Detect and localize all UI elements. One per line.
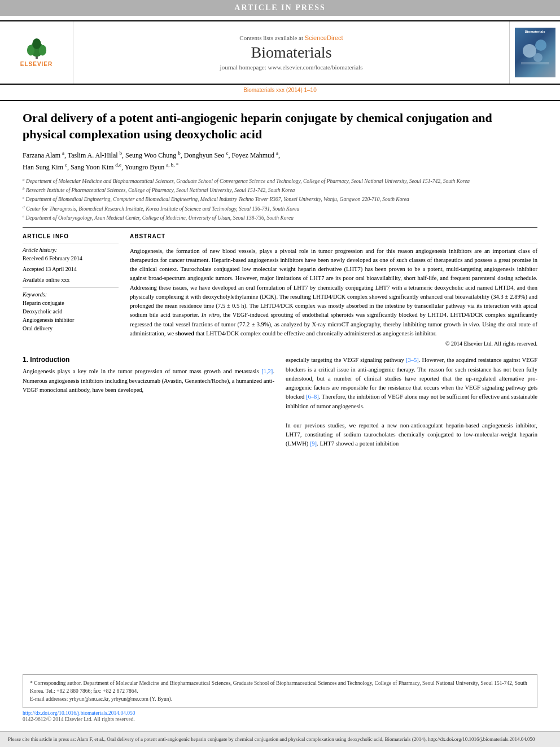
article-info-abstract: ARTICLE INFO Article history: Received 6… [23,233,537,347]
intro-right-text-1: especially targeting the VEGF signaling … [286,356,537,411]
intro-right-col: especially targeting the VEGF signaling … [286,356,537,448]
keyword-2: Deoxycholic acid [23,307,119,316]
journal-title: Biomaterials [251,43,331,62]
sciencedirect-link[interactable]: ScienceDirect [305,34,343,41]
header-divider [0,100,560,101]
journal-header: ELSEVIER Contents lists available at Sci… [0,20,560,85]
affil-c: c Department of Biomedical Engineering, … [23,195,537,203]
ref-1-2[interactable]: [1,2] [261,368,273,374]
sciencedirect-line: Contents lists available at ScienceDirec… [239,34,343,41]
introduction-heading: 1. Introduction [23,356,274,364]
elsevier-tree-icon [23,38,51,60]
main-content: Oral delivery of a potent anti-angiogeni… [0,103,560,670]
intro-left-col: 1. Introduction Angiogenesis plays a key… [23,356,274,448]
journal-homepage: journal homepage: www.elsevier.com/locat… [220,64,363,71]
ref-3-5[interactable]: [3–5] [406,357,419,363]
ref-9[interactable]: [9] [310,440,317,447]
keyword-3: Angiogenesis inhibitor [23,316,119,324]
intro-right-text-2: In our previous studies, we reported a n… [286,421,537,449]
article-info-col: ARTICLE INFO Article history: Received 6… [23,233,119,347]
abstract-text: Angiogenesis, the formation of new blood… [130,247,537,339]
accepted-date: Accepted 13 April 2014 [23,266,119,272]
email-text: E-mail addresses: yrbyun@snu.ac.kr, yrby… [30,696,172,702]
section-divider-1 [23,227,537,228]
elsevier-wordmark: ELSEVIER [20,61,53,67]
svg-point-4 [32,38,41,49]
keyword-1: Heparin conjugate [23,299,119,307]
keyword-4: Oral delivery [23,324,119,333]
affiliations: a Department of Molecular Medicine and B… [23,177,537,222]
history-label: Article history: [23,247,119,253]
cover-svg [518,34,552,68]
abstract-heading: ABSTRACT [130,233,537,239]
article-in-press-banner: ARTICLE IN PRESS [0,0,560,16]
article-title: Oral delivery of a potent anti-angiogeni… [23,110,537,142]
authors-line: Farzana Alam a, Taslim A. Al-Hilal b, Se… [23,149,537,173]
article-info-heading: ARTICLE INFO [23,233,119,239]
volume-line: Biomaterials xxx (2014) 1–10 [0,87,560,93]
affil-a: a Department of Molecular Medicine and B… [23,177,537,185]
introduction-section: 1. Introduction Angiogenesis plays a key… [23,356,537,448]
intro-left-text: Angiogenesis plays a key role in the tum… [23,367,274,395]
ref-6-8[interactable]: [6–8] [306,394,319,400]
issn-line: 0142-9612/© 2014 Elsevier Ltd. All right… [23,717,537,722]
journal-cover-area: Biomaterials [509,21,560,84]
cite-box: Please cite this article in press as: Al… [0,731,560,747]
doi-link[interactable]: http://dx.doi.org/10.1016/j.biomaterials… [23,710,537,716]
abstract-col: ABSTRACT Angiogenesis, the formation of … [130,233,537,347]
affil-e: e Department of Otolaryngology, Asan Med… [23,213,537,222]
elsevier-logo-area: ELSEVIER [0,21,73,84]
affil-d: d Center for Theragnosis, Biomedical Res… [23,204,537,213]
contents-label: Contents lists available at [239,34,303,41]
footer-links: http://dx.doi.org/10.1016/j.biomaterials… [0,708,560,727]
copyright-line: © 2014 Elsevier Ltd. All rights reserved… [130,340,537,347]
available-online: Available online xxx [23,277,119,283]
corresponding-author-note: * Corresponding author. Department of Mo… [30,679,530,696]
keywords-label: Keywords: [23,291,119,298]
affil-b: b Research Institute of Pharmaceutical S… [23,186,537,194]
journal-center: Contents lists available at ScienceDirec… [73,21,509,84]
biomaterials-cover-image: Biomaterials [515,28,555,77]
svg-point-7 [533,53,542,62]
svg-point-6 [535,40,546,51]
received-date: Received 6 February 2014 [23,255,119,261]
elsevier-logo: ELSEVIER [11,37,62,68]
svg-rect-8 [521,62,549,64]
footnote-box: * Corresponding author. Department of Mo… [23,674,537,709]
email-note: E-mail addresses: yrbyun@snu.ac.kr, yrby… [30,695,530,703]
